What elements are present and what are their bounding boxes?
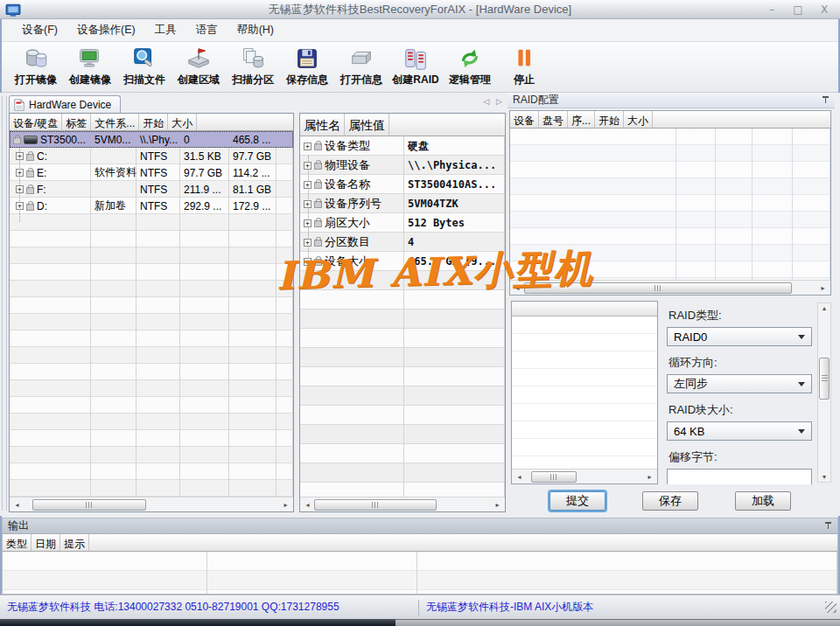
device-row[interactable]: E: 软件资料 NTFS 97.7 GB 114.2 ... xyxy=(10,164,293,181)
menu-item[interactable]: 工具 xyxy=(147,20,185,40)
open-info-button[interactable]: 打开信息 xyxy=(334,45,388,90)
create-raid-button[interactable]: 创建RAID xyxy=(388,45,443,90)
scrollbar-thumb[interactable] xyxy=(32,499,146,511)
property-value-cell[interactable]: 4 xyxy=(404,233,505,252)
save-info-button[interactable]: 保存信息 xyxy=(280,45,334,90)
size-cell[interactable]: 114.2 ... xyxy=(229,164,276,181)
expand-plus-icon[interactable] xyxy=(304,200,312,208)
column-header[interactable]: 文件系... xyxy=(91,114,139,130)
device-row[interactable]: F: NTFS 211.9 ... 81.1 GB xyxy=(10,181,293,198)
expand-plus-icon[interactable] xyxy=(304,258,312,266)
property-name-cell[interactable]: 扇区大小 xyxy=(300,213,404,233)
device-row[interactable]: ST3500... 5VM0... \\.\Phy... 0 465.8 ... xyxy=(10,131,293,148)
expand-plus-icon[interactable] xyxy=(304,143,312,150)
property-value-cell[interactable]: 5VM04TZK xyxy=(404,194,505,213)
label-cell[interactable]: 新加卷 xyxy=(91,198,136,214)
column-header[interactable]: 属性名 xyxy=(300,114,345,136)
scroll-up-arrow-icon[interactable]: ▴ xyxy=(818,304,831,312)
minimize-button[interactable]: – xyxy=(765,3,779,16)
column-header[interactable]: 盘号 xyxy=(539,111,568,128)
open-image-button[interactable]: 打开镜像 xyxy=(9,45,63,90)
scrollbar-thumb[interactable] xyxy=(314,499,437,511)
scan-files-button[interactable]: 扫描文件 xyxy=(117,45,172,90)
scroll-left-arrow-icon[interactable]: ◂ xyxy=(511,284,524,292)
scroll-left-arrow-icon[interactable]: ◂ xyxy=(301,501,314,509)
expand-plus-icon[interactable] xyxy=(16,169,24,177)
list-hscrollbar[interactable]: ◂ ▸ xyxy=(512,469,657,483)
property-value-cell[interactable]: 硬盘 xyxy=(404,136,505,156)
scroll-right-arrow-icon[interactable]: ▸ xyxy=(279,501,292,509)
size-cell[interactable]: 97.7 GB xyxy=(229,148,276,164)
create-image-button[interactable]: 创建镜像 xyxy=(63,45,117,90)
column-header[interactable]: 提示 xyxy=(60,534,89,551)
expand-plus-icon[interactable] xyxy=(304,239,312,247)
raid-type-select[interactable]: RAID0 xyxy=(667,327,812,346)
column-header[interactable]: 日期 xyxy=(32,534,60,551)
load-button[interactable]: 加载 xyxy=(735,491,791,511)
column-header[interactable]: 设备 xyxy=(510,111,539,128)
property-row[interactable]: 设备名称 ST3500410AS... xyxy=(300,175,505,194)
save-button[interactable]: 保存 xyxy=(642,491,698,511)
property-value-cell[interactable]: ST3500410AS... xyxy=(404,175,505,194)
column-header[interactable]: 类型 xyxy=(3,534,32,551)
scroll-left-arrow-icon[interactable]: ◂ xyxy=(513,473,526,481)
scroll-right-arrow-icon[interactable]: ▸ xyxy=(643,473,656,481)
filesystem-cell[interactable]: NTFS xyxy=(136,164,180,181)
size-cell[interactable]: 81.1 GB xyxy=(229,181,276,198)
logic-manage-button[interactable]: 逻辑管理 xyxy=(443,45,497,90)
menu-item[interactable]: 帮助(H) xyxy=(229,20,282,40)
device-cell[interactable]: D: xyxy=(10,198,91,214)
tab-scroll-left-icon[interactable]: ◁ xyxy=(483,97,489,106)
property-name-cell[interactable]: 分区数目 xyxy=(300,233,404,252)
expand-plus-icon[interactable] xyxy=(304,181,312,189)
raid-member-list[interactable]: ◂ ▸ xyxy=(511,301,658,484)
submit-button[interactable]: 提交 xyxy=(550,491,606,511)
scroll-down-arrow-icon[interactable]: ▾ xyxy=(818,473,831,481)
label-cell[interactable] xyxy=(91,148,136,164)
expand-plus-icon[interactable] xyxy=(304,162,312,170)
scroll-right-arrow-icon[interactable]: ▸ xyxy=(491,501,504,509)
device-hscrollbar[interactable]: ◂ ▸ xyxy=(10,497,293,511)
label-cell[interactable] xyxy=(91,181,136,198)
filesystem-cell[interactable]: NTFS xyxy=(136,148,180,164)
filesystem-cell[interactable]: \\.\Phy... xyxy=(136,131,180,148)
column-header[interactable]: 开始 xyxy=(595,111,624,128)
column-header[interactable]: 属性值 xyxy=(345,114,389,136)
create-region-button[interactable]: 创建区域 xyxy=(172,45,226,90)
raid-hscrollbar[interactable]: ◂ ▸ xyxy=(510,280,830,295)
scan-partition-button[interactable]: 扫描分区 xyxy=(226,45,280,90)
start-cell[interactable]: 292.9 ... xyxy=(180,198,229,214)
block-size-select[interactable]: 64 KB xyxy=(667,421,812,441)
list-body[interactable] xyxy=(512,316,657,469)
column-header[interactable]: 设备/硬盘 xyxy=(10,114,62,130)
label-cell[interactable]: 软件资料 xyxy=(91,164,136,181)
tab-hardware-device[interactable]: HardWare Device xyxy=(9,95,121,113)
expand-plus-icon[interactable] xyxy=(16,185,24,193)
property-row[interactable]: 扇区大小 512 Bytes xyxy=(300,213,505,233)
pin-icon[interactable] xyxy=(822,95,830,105)
start-cell[interactable]: 97.7 GB xyxy=(180,164,229,181)
form-vscrollbar[interactable]: ▴ ▾ xyxy=(817,303,831,483)
menu-item[interactable]: 设备(F) xyxy=(14,20,66,40)
device-cell[interactable]: F: xyxy=(10,181,91,198)
resize-grip[interactable] xyxy=(825,602,836,613)
property-hscrollbar[interactable]: ◂ ▸ xyxy=(300,497,505,511)
menu-item[interactable]: 语言 xyxy=(188,20,226,40)
device-row[interactable]: C: NTFS 31.5 KB 97.7 GB xyxy=(10,148,293,164)
label-cell[interactable]: 5VM0... xyxy=(91,131,136,148)
size-cell[interactable]: 172.9 ... xyxy=(229,198,276,214)
expand-plus-icon[interactable] xyxy=(16,152,24,160)
tab-scroll-right-icon[interactable]: ▷ xyxy=(496,97,502,106)
device-row[interactable]: D: 新加卷 NTFS 292.9 ... 172.9 ... xyxy=(10,198,293,214)
start-cell[interactable]: 0 xyxy=(180,131,229,148)
device-cell[interactable]: ST3500... xyxy=(10,131,91,148)
property-value-cell[interactable]: 512 Bytes xyxy=(404,213,505,233)
maximize-button[interactable]: □ xyxy=(791,3,805,16)
device-cell[interactable]: E: xyxy=(10,164,91,181)
property-name-cell[interactable]: 设备大小 xyxy=(300,252,404,271)
column-header[interactable]: 序... xyxy=(568,111,595,128)
menu-item[interactable]: 设备操作(E) xyxy=(69,20,144,40)
expand-plus-icon[interactable] xyxy=(16,202,24,210)
filesystem-cell[interactable]: NTFS xyxy=(136,198,180,214)
pin-icon[interactable] xyxy=(824,521,832,531)
